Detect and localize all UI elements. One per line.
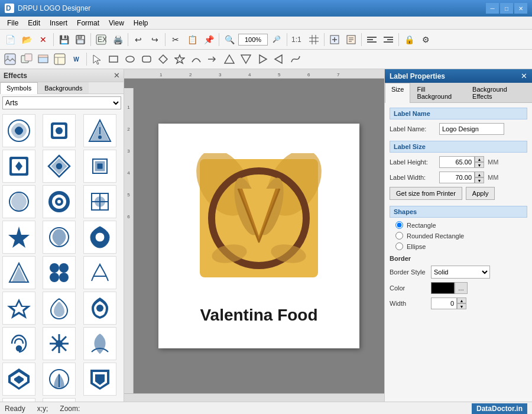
gallery-btn[interactable] bbox=[19, 51, 34, 67]
symbol-item[interactable] bbox=[83, 363, 116, 396]
symbol-item[interactable] bbox=[2, 114, 35, 147]
new-button[interactable]: 📄 bbox=[2, 32, 18, 47]
horizontal-scrollbar[interactable] bbox=[124, 393, 384, 402]
zoom-out-button[interactable]: 🔎 bbox=[269, 32, 284, 47]
symbol-item[interactable] bbox=[43, 150, 76, 183]
align-right-btn[interactable] bbox=[381, 32, 396, 47]
settings-btn[interactable]: ⚙ bbox=[418, 32, 433, 47]
star-btn[interactable] bbox=[172, 51, 187, 67]
close-file-button[interactable]: ✕ bbox=[35, 32, 51, 47]
shape-rectangle-radio[interactable] bbox=[395, 221, 403, 229]
tab-background-effects[interactable]: Background Effects bbox=[466, 83, 532, 102]
maximize-button[interactable]: □ bbox=[500, 3, 513, 14]
label-width-down[interactable]: ▼ bbox=[475, 177, 484, 183]
get-size-from-printer-button[interactable]: Get size from Printer bbox=[390, 187, 462, 200]
symbol-item[interactable] bbox=[43, 398, 76, 402]
symbol-item[interactable] bbox=[83, 221, 116, 254]
shape-rounded-radio[interactable] bbox=[395, 232, 403, 240]
border-width-up[interactable]: ▲ bbox=[457, 297, 466, 303]
menu-help[interactable]: Help bbox=[129, 18, 153, 28]
arrow-btn[interactable] bbox=[205, 51, 220, 67]
label-height-up[interactable]: ▲ bbox=[475, 156, 484, 162]
layers-btn[interactable] bbox=[35, 51, 51, 67]
symbol-item[interactable] bbox=[2, 398, 35, 402]
rounded-rect-btn[interactable] bbox=[139, 51, 154, 67]
back-btn[interactable] bbox=[271, 51, 287, 67]
edit-btn[interactable] bbox=[327, 32, 342, 47]
tab-backgrounds[interactable]: Backgrounds bbox=[38, 82, 89, 93]
properties-btn[interactable] bbox=[343, 32, 359, 47]
symbol-item[interactable] bbox=[2, 150, 35, 183]
symbol-item[interactable] bbox=[83, 114, 116, 147]
ellipse-btn[interactable] bbox=[122, 51, 138, 67]
cut-button[interactable]: ✂ bbox=[168, 32, 183, 47]
symbol-item[interactable] bbox=[43, 114, 76, 147]
tab-fill-background[interactable]: Fill Background bbox=[410, 83, 466, 102]
diamond-btn[interactable] bbox=[155, 51, 171, 67]
play-btn[interactable] bbox=[255, 51, 270, 67]
symbol-item[interactable] bbox=[43, 363, 76, 396]
copy-button[interactable]: 📋 bbox=[184, 32, 200, 47]
menu-insert[interactable]: Insert bbox=[45, 18, 72, 28]
image-btn[interactable] bbox=[2, 51, 18, 67]
curve-btn[interactable] bbox=[288, 51, 303, 67]
open-button[interactable]: 📂 bbox=[19, 32, 34, 47]
border-style-select[interactable]: Solid None Dashed Dotted bbox=[431, 266, 490, 279]
word-btn[interactable]: W bbox=[69, 51, 84, 67]
border-width-down[interactable]: ▼ bbox=[457, 303, 466, 309]
menu-format[interactable]: Format bbox=[72, 18, 104, 28]
label-height-input[interactable] bbox=[439, 156, 475, 168]
symbol-item[interactable] bbox=[83, 185, 116, 218]
border-color-swatch[interactable] bbox=[431, 282, 455, 294]
triangle-btn[interactable] bbox=[222, 51, 237, 67]
paste-button[interactable]: 📌 bbox=[201, 32, 216, 47]
tab-symbols[interactable]: Symbols bbox=[0, 82, 38, 94]
symbol-item[interactable] bbox=[43, 221, 76, 254]
tab-size[interactable]: Size bbox=[385, 83, 410, 103]
align-left-btn[interactable] bbox=[364, 32, 379, 47]
shape-ellipse-radio[interactable] bbox=[395, 242, 403, 250]
menu-edit[interactable]: Edit bbox=[23, 18, 45, 28]
symbol-item[interactable] bbox=[2, 363, 35, 396]
menu-file[interactable]: File bbox=[2, 18, 23, 28]
rect-btn[interactable] bbox=[106, 51, 121, 67]
symbol-item[interactable] bbox=[2, 327, 35, 360]
redo-button[interactable]: ↪ bbox=[147, 32, 163, 47]
zoom-input[interactable] bbox=[238, 34, 268, 46]
label-properties-close[interactable]: ✕ bbox=[521, 72, 527, 80]
fit-button[interactable]: 1:1 bbox=[290, 32, 305, 47]
effects-panel-close[interactable]: ✕ bbox=[113, 71, 120, 80]
border-color-picker-button[interactable]: … bbox=[455, 282, 468, 294]
inv-triangle-btn[interactable] bbox=[238, 51, 254, 67]
close-button[interactable]: ✕ bbox=[514, 3, 527, 14]
symbol-item[interactable] bbox=[43, 327, 76, 360]
zoom-in-button[interactable]: 🔍 bbox=[222, 32, 237, 47]
label-width-input[interactable] bbox=[439, 172, 475, 183]
grid-button[interactable] bbox=[306, 32, 322, 47]
label-name-input[interactable] bbox=[439, 123, 504, 135]
symbol-item[interactable] bbox=[2, 292, 35, 325]
symbol-item[interactable] bbox=[2, 221, 35, 254]
lock-btn[interactable]: 🔒 bbox=[401, 32, 417, 47]
symbol-item[interactable] bbox=[2, 256, 35, 289]
canvas-scroll[interactable]: 1 2 3 4 5 6 bbox=[124, 79, 384, 393]
symbol-item[interactable] bbox=[43, 185, 76, 218]
symbol-item[interactable] bbox=[83, 256, 116, 289]
print-button[interactable]: 🖨️ bbox=[110, 32, 125, 47]
label-height-down[interactable]: ▼ bbox=[475, 162, 484, 168]
symbol-item[interactable] bbox=[43, 256, 76, 289]
symbol-item[interactable] bbox=[83, 150, 116, 183]
symbol-item[interactable] bbox=[2, 185, 35, 218]
symbol-item[interactable] bbox=[83, 327, 116, 360]
category-select[interactable]: Arts Animals Business Food Nature bbox=[2, 96, 121, 109]
symbol-item[interactable] bbox=[43, 292, 76, 325]
arc-btn[interactable] bbox=[189, 51, 204, 67]
apply-button[interactable]: Apply bbox=[466, 187, 495, 200]
border-width-input[interactable] bbox=[431, 297, 457, 309]
template-btn[interactable] bbox=[52, 51, 67, 67]
minimize-button[interactable]: ─ bbox=[486, 3, 499, 14]
symbol-item[interactable] bbox=[83, 292, 116, 325]
save-as-button[interactable] bbox=[73, 32, 88, 47]
menu-view[interactable]: View bbox=[104, 18, 129, 28]
save-button[interactable]: 💾 bbox=[56, 32, 72, 47]
